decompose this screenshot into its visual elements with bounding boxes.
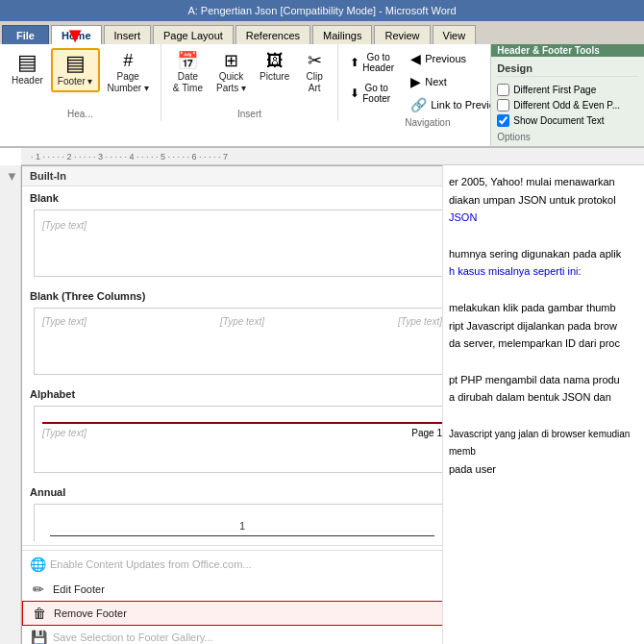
alphabet-preview[interactable]: [Type text] Page 1	[34, 406, 442, 473]
previous-label: Previous	[425, 53, 466, 64]
annual-preview[interactable]: 1	[34, 504, 442, 541]
quick-parts-icon: ⊞	[224, 52, 238, 69]
hf-tools-header: Header & Footer Tools	[491, 44, 644, 57]
annual-section-label: Annual	[22, 481, 442, 500]
picture-icon: 🖼	[266, 52, 284, 69]
doc-line-10: a dirubah dalam bentuk JSON dan	[449, 391, 611, 403]
ribbon-right: Header & Footer Tools Design Different F…	[490, 44, 644, 148]
diff-first-label: Different First Page	[513, 85, 596, 95]
clip-art-icon: ✂	[308, 52, 322, 69]
title-bar: A: Pengertian Json [Compatibility Mode] …	[0, 0, 644, 21]
tab-review[interactable]: Review	[374, 25, 430, 44]
doc-line-12: pada user	[449, 463, 496, 475]
design-label: Design	[497, 61, 638, 77]
red-arrow-indicator: ▼	[64, 23, 86, 48]
nav-pane-toggle[interactable]: ◀	[5, 173, 15, 181]
show-doc-text-row: Show Document Text	[497, 114, 638, 127]
blank-placeholder: [Type text]	[42, 220, 87, 231]
picture-button[interactable]: 🖼 Picture	[254, 48, 295, 87]
three-col-preview[interactable]: [Type text] [Type text] [Type text]	[34, 308, 442, 375]
document-area: Built-In Blank [Type text] Blank (Three …	[21, 165, 442, 644]
page-number-button[interactable]: # PageNumber ▾	[102, 48, 155, 98]
three-col-content: [Type text] [Type text] [Type text]	[42, 316, 442, 327]
header-icon: ▤	[17, 52, 37, 73]
edit-footer-icon: ✏	[30, 582, 47, 597]
doc-line-3: JSON	[449, 211, 477, 223]
doc-line-9: pt PHP mengambil data nama produ	[449, 374, 620, 385]
goto-header-button[interactable]: ⬆ Go toHeader	[344, 48, 402, 77]
goto-footer-icon: ⬇	[350, 87, 359, 100]
insert-group-label: Insert	[237, 107, 261, 119]
blank-preview[interactable]: [Type text]	[34, 210, 442, 277]
next-label: Next	[425, 76, 447, 87]
navigation-group-label: Navigation	[405, 115, 450, 128]
header-footer-group-label: Hea...	[67, 107, 93, 119]
edit-footer-action[interactable]: ✏ Edit Footer	[22, 578, 442, 601]
save-selection-icon: 💾	[30, 630, 47, 644]
remove-footer-action[interactable]: 🗑 Remove Footer ▶	[22, 601, 442, 626]
insert-buttons: 📅 Date& Time ⊞ QuickParts ▾ 🖼 Picture ✂ …	[167, 48, 332, 107]
tab-references[interactable]: References	[235, 25, 310, 44]
main-area: ◀ Built-In Blank [Type text] Blank (Thre…	[0, 165, 644, 644]
footer-label: Footer ▾	[58, 76, 93, 87]
doc-line-2: diakan umpan JSON untuk protokol	[449, 194, 616, 206]
page-number-label: PageNumber ▾	[108, 71, 149, 94]
date-time-button[interactable]: 📅 Date& Time	[167, 48, 209, 98]
design-content: Design Different First Page Different Od…	[491, 57, 644, 146]
tab-bar: File Home Insert Page Layout References …	[0, 21, 644, 44]
alphabet-line: [Type text] Page 1	[42, 422, 442, 438]
tab-insert[interactable]: Insert	[104, 25, 152, 44]
goto-header-icon: ⬆	[350, 56, 359, 69]
remove-footer-label: Remove Footer	[54, 607, 127, 619]
alphabet-section-label: Alphabet	[22, 383, 442, 402]
left-sidebar: ◀	[0, 165, 21, 644]
ribbon: ▤ Header ▤ Footer ▾ ▼ # PageNumber ▾ Hea…	[0, 44, 644, 148]
tab-view[interactable]: View	[433, 25, 477, 44]
globe-icon: 🌐	[30, 557, 46, 572]
tab-mailings[interactable]: Mailings	[312, 25, 372, 44]
tab-page-layout[interactable]: Page Layout	[153, 25, 234, 44]
annual-content: 1	[42, 512, 442, 541]
doc-text-1: er 2005, Yahoo! mulai menawarkan diakan …	[449, 173, 638, 479]
header-footer-buttons: ▤ Header ▤ Footer ▾ ▼ # PageNumber ▾	[6, 48, 155, 107]
enable-content-label: Enable Content Updates from Office.com..…	[50, 558, 252, 570]
doc-line-1: er 2005, Yahoo! mulai menawarkan	[449, 176, 615, 187]
diff-odd-even-row: Different Odd & Even P...	[497, 99, 638, 111]
ribbon-group-header-footer: ▤ Header ▤ Footer ▾ ▼ # PageNumber ▾ Hea…	[0, 44, 161, 121]
goto-footer-label: Go toFooter	[362, 83, 390, 104]
right-panel: er 2005, Yahoo! mulai menawarkan diakan …	[442, 165, 644, 644]
diff-odd-even-checkbox[interactable]	[497, 99, 509, 111]
annual-number: 1	[239, 520, 245, 532]
goto-footer-button[interactable]: ⬇ Go toFooter	[344, 79, 402, 108]
doc-line-5: h kasus misalnya seperti ini:	[449, 265, 582, 277]
three-col-section-label: Blank (Three Columns)	[22, 285, 442, 304]
show-doc-text-checkbox[interactable]	[497, 114, 509, 127]
doc-line-6: melakukan klik pada gambar thumb	[449, 302, 616, 313]
diff-first-checkbox[interactable]	[497, 84, 509, 96]
alphabet-page-label: Page 1	[411, 428, 442, 438]
ribbon-left: ▤ Header ▤ Footer ▾ ▼ # PageNumber ▾ Hea…	[0, 44, 490, 148]
show-doc-text-label: Show Document Text	[513, 115, 604, 126]
three-col-p3: [Type text]	[398, 316, 442, 327]
picture-label: Picture	[260, 71, 289, 83]
footer-icon: ▤	[65, 53, 86, 74]
page-number-icon: #	[123, 52, 133, 69]
diff-odd-even-label: Different Odd & Even P...	[513, 100, 620, 111]
clip-art-button[interactable]: ✂ ClipArt	[297, 48, 332, 98]
three-col-p2: [Type text]	[220, 316, 264, 327]
annual-line	[50, 535, 434, 536]
footer-button[interactable]: ▤ Footer ▾ ▼	[51, 48, 100, 92]
options-label: Options	[497, 132, 638, 142]
header-button[interactable]: ▤ Header	[6, 48, 49, 90]
clip-art-label: ClipArt	[307, 71, 323, 94]
divider1	[22, 545, 442, 546]
dropdown-scrollable[interactable]: Built-In Blank [Type text] Blank (Three …	[22, 166, 442, 541]
enable-content-action: 🌐 Enable Content Updates from Office.com…	[22, 550, 442, 578]
date-time-label: Date& Time	[173, 71, 203, 94]
quick-parts-button[interactable]: ⊞ QuickParts ▾	[211, 48, 252, 98]
tab-file[interactable]: File	[2, 25, 49, 44]
previous-icon: ◀	[410, 51, 421, 66]
next-icon: ▶	[410, 74, 421, 89]
header-label: Header	[12, 75, 43, 87]
quick-parts-label: QuickParts ▾	[216, 71, 246, 94]
